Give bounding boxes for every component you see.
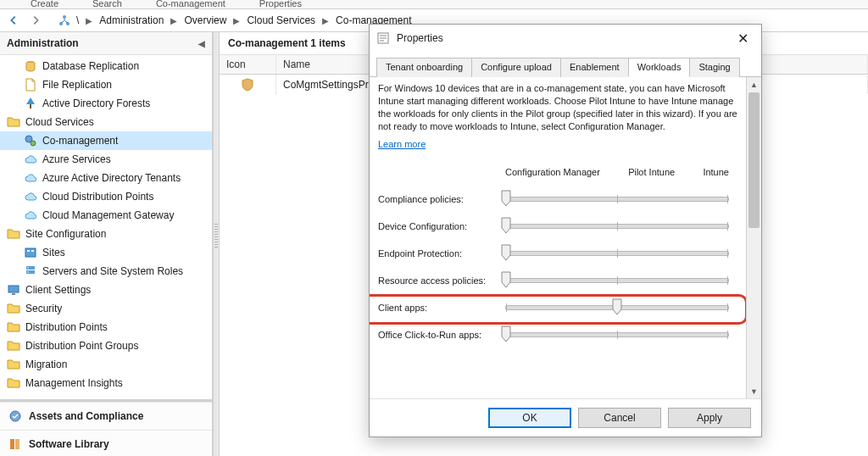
nav-tree-item[interactable]: Sites <box>0 243 212 262</box>
nav-tree-item[interactable]: Cloud Management Gateway <box>0 206 212 225</box>
apply-button[interactable]: Apply <box>668 408 751 428</box>
dialog-titlebar[interactable]: Properties ✕ <box>370 25 761 52</box>
co-mgmt-icon <box>24 134 37 147</box>
tab-enablement[interactable]: Enablement <box>560 58 629 77</box>
tab-tenant onboarding[interactable]: Tenant onboarding <box>376 58 472 77</box>
scroll-thumb[interactable] <box>748 92 760 228</box>
slider-thumb-icon[interactable] <box>501 271 511 288</box>
cancel-button[interactable]: Cancel <box>578 408 661 428</box>
scroll-up-button[interactable]: ▲ <box>747 77 761 92</box>
scroll-down-button[interactable]: ▼ <box>747 384 761 398</box>
workload-row: Device Configuration: <box>378 221 737 231</box>
folder-icon <box>7 115 20 129</box>
dialog-button-row: OK Cancel Apply <box>370 398 761 437</box>
tab-staging[interactable]: Staging <box>689 58 739 77</box>
aad-tenant-icon <box>24 171 37 185</box>
column-header-icon[interactable]: Icon <box>220 55 276 74</box>
breadcrumb-node[interactable]: Administration <box>96 13 167 28</box>
nav-tree-label: Azure Active Directory Tenants <box>42 172 181 184</box>
cdp-icon <box>24 190 37 203</box>
workload-row: Office Click-to-Run apps: <box>378 330 737 340</box>
workload-slider[interactable] <box>505 197 729 202</box>
nav-tree-item[interactable]: Client Settings <box>0 281 212 299</box>
nav-panel-header: Administration ◀ <box>0 32 212 55</box>
nav-tree-item[interactable]: Migration <box>0 355 212 374</box>
ribbon-item[interactable]: Co-management <box>156 0 225 8</box>
slider-thumb-icon[interactable] <box>501 217 511 234</box>
nav-tree-label: Client Settings <box>25 284 91 296</box>
nav-tree-item[interactable]: Cloud Distribution Points <box>0 187 212 206</box>
dialog-scrollbar[interactable]: ▲ ▼ <box>746 77 761 398</box>
file-repl-icon <box>24 78 37 92</box>
workload-slider[interactable] <box>505 278 729 283</box>
chevron-right-icon: ▶ <box>320 16 331 25</box>
folder-icon <box>7 358 20 371</box>
nav-tree-item[interactable]: Site Configuration <box>0 225 212 243</box>
slider-header-cm: Configuration Manager <box>505 167 600 177</box>
nav-panel-chevron-icon[interactable]: ◀ <box>198 39 205 48</box>
nav-tree-item[interactable]: File Replication <box>0 75 212 94</box>
nav-tree-label: File Replication <box>42 79 112 91</box>
dialog-title: Properties <box>397 32 724 44</box>
nav-tree-label: Sites <box>42 247 65 259</box>
nav-tree-label: Active Directory Forests <box>42 97 150 109</box>
workload-slider[interactable] <box>505 305 729 310</box>
workload-slider[interactable] <box>505 332 729 337</box>
nav-tree-item[interactable]: Cloud Services <box>0 113 212 131</box>
close-button[interactable]: ✕ <box>731 30 754 47</box>
azure-icon <box>24 153 37 166</box>
nav-tree-label: Database Replication <box>42 60 139 72</box>
nav-tree-label: Co-management <box>42 135 118 147</box>
nav-tree-item[interactable]: Co-management <box>0 131 212 150</box>
chevron-right-icon: ▶ <box>169 16 179 25</box>
tab-configure upload[interactable]: Configure upload <box>471 58 561 77</box>
workloads-description: For Windows 10 devices that are in a co-… <box>378 82 737 132</box>
folder-icon <box>7 227 20 241</box>
breadcrumb-node[interactable]: Cloud Services <box>243 13 319 28</box>
workload-row: Client apps: <box>378 303 737 313</box>
nav-tree-item[interactable]: Azure Active Directory Tenants <box>0 169 212 187</box>
slider-thumb-icon[interactable] <box>612 298 622 315</box>
workspace-item[interactable]: Software Library <box>0 430 212 456</box>
folder-icon <box>7 302 20 315</box>
slider-thumb-icon[interactable] <box>501 190 511 207</box>
slider-header-intune: Intune <box>703 167 729 177</box>
workspace-list: Assets and Compliance Software Library <box>0 399 212 456</box>
nav-tree-item[interactable]: Database Replication <box>0 57 212 75</box>
workload-slider[interactable] <box>505 251 729 256</box>
chevron-right-icon: ▶ <box>84 16 94 25</box>
breadcrumb-node[interactable]: Overview <box>181 13 230 28</box>
learn-more-link[interactable]: Learn more <box>378 139 426 149</box>
nav-tree-item[interactable]: Servers and Site System Roles <box>0 262 212 281</box>
ribbon-item[interactable]: Properties <box>259 0 302 8</box>
workload-row: Compliance policies: <box>378 194 737 204</box>
workload-slider[interactable] <box>505 224 729 229</box>
nav-back-button[interactable] <box>3 10 24 31</box>
nav-tree-label: Cloud Services <box>25 116 94 128</box>
ribbon: Create Search Co-management Properties <box>0 0 868 9</box>
workload-label: Office Click-to-Run apps: <box>378 330 505 340</box>
splitter-vertical[interactable] <box>213 32 220 456</box>
workspace-item[interactable]: Assets and Compliance <box>0 402 212 430</box>
nav-tree-item[interactable]: Azure Services <box>0 150 212 169</box>
nav-tree-item[interactable]: Distribution Point Groups <box>0 336 212 355</box>
nav-tree-item[interactable]: Security <box>0 299 212 318</box>
slider-thumb-icon[interactable] <box>501 325 511 342</box>
ribbon-item[interactable]: Create <box>31 0 58 8</box>
tab-workloads[interactable]: Workloads <box>628 58 691 77</box>
nav-tree-item[interactable]: Management Insights <box>0 374 212 392</box>
workspace-label: Assets and Compliance <box>29 410 143 422</box>
nav-tree-item[interactable]: Active Directory Forests <box>0 94 212 113</box>
nav-tree-item[interactable]: Distribution Points <box>0 318 212 336</box>
workload-label: Device Configuration: <box>378 221 505 231</box>
nav-tree-label: Distribution Point Groups <box>25 340 138 352</box>
ribbon-item[interactable]: Search <box>92 0 122 8</box>
breadcrumb-root-icon[interactable] <box>58 14 71 27</box>
properties-icon <box>376 31 390 45</box>
ok-button[interactable]: OK <box>488 408 571 428</box>
nav-tree-label: Security <box>25 303 62 314</box>
nav-forward-button[interactable] <box>25 10 46 31</box>
nav-tree-label: Distribution Points <box>25 321 108 333</box>
tab-body-workloads: For Windows 10 devices that are in a co-… <box>370 77 746 398</box>
slider-thumb-icon[interactable] <box>501 244 511 261</box>
